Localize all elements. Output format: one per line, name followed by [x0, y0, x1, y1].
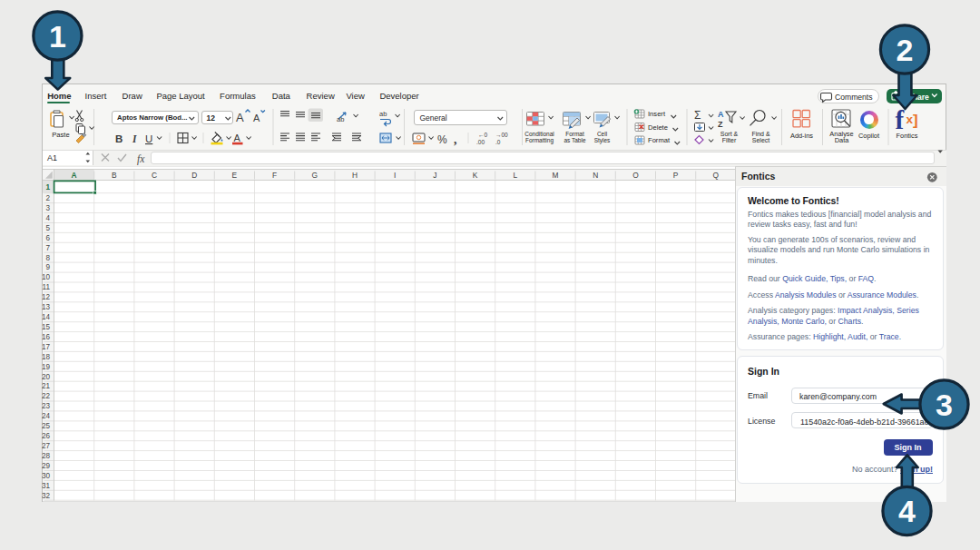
svg-text:3: 3 [936, 388, 953, 422]
svg-text:2: 2 [897, 33, 914, 67]
svg-text:4: 4 [898, 494, 916, 528]
svg-text:1: 1 [49, 19, 66, 54]
